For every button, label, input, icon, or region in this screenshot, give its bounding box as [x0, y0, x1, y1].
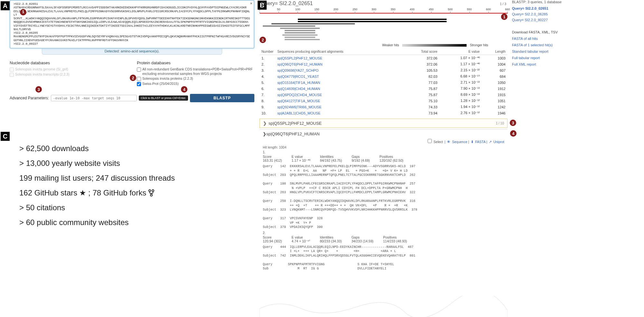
hit-link[interactable]: sp|Q5SPL2|PHF12_MOUSE [277, 56, 322, 60]
badge-2: 2 [130, 75, 136, 81]
table-row: 2.sp|Q96QT6|PHF12_HUMAN372.061.17 × 10⁻⁴… [260, 61, 507, 67]
chevron-down-icon: ❯ [263, 131, 266, 136]
hit-link[interactable]: sp|Q96QT6|PHF12_HUMAN [277, 62, 322, 66]
prot-db-item[interactable]: Solenopsis invicta proteins (2.2.3) [137, 77, 254, 81]
chevron-right-icon: ❯ [263, 121, 267, 126]
nuc-db-checkbox [10, 73, 14, 77]
sequence-input-box[interactable]: × >SI2.2.0_02651 ASTNARACRDGNRWVFSLSXAAL… [10, 0, 254, 49]
badge-b3: 3 [510, 120, 516, 126]
stat-github: 162 GitHub stars; 78 GitHub forks [19, 188, 225, 197]
hit-link[interactable]: sp|O15164|TIF1A_HUMAN [277, 81, 320, 85]
badge-1: 1 [20, 9, 26, 15]
alignment-ruler: 150100150200250300350400450500550600660 [260, 8, 507, 17]
col-score: Total score [402, 48, 439, 55]
svg-point-0 [149, 190, 151, 192]
download-full-xml[interactable]: Full XML report [512, 62, 576, 66]
nuc-db-item: Solenopsis invicta genome (Si_gnf) [10, 67, 127, 72]
alignment-stats-2: Score120.94 (302) E value4.74 × 10⁻²⁷ Id… [260, 235, 507, 244]
table-row: 3.sp|Q09698|YA27_SCHPO105.532.15 × 10⁻²²… [260, 67, 507, 73]
eye-icon: 👁 [447, 140, 450, 144]
table-row: 5.sp|O15164|TIF1A_HUMAN77.032.71 × 10⁻¹³… [260, 79, 507, 86]
sequence-text: >SI2.2.0_02651 ASTNARACRDGNRWVFSLSXAALSF… [14, 3, 250, 46]
prot-db-item[interactable]: Swiss-Prot (25/04/2015) [137, 82, 254, 86]
query-count: 1 / 3 [500, 2, 506, 6]
uniprot-link[interactable]: Uniprot [493, 140, 504, 144]
torn-edge-decoration [260, 296, 507, 317]
query-link-1[interactable]: Query= SI2.2.0_02651 [512, 6, 576, 10]
hit-link[interactable]: sp|Q04779|RCO1_YEAST [277, 75, 319, 78]
download-fasta-all[interactable]: FASTA of all hits [512, 37, 576, 41]
alignment-stats-1: Score163.31 (412) E value1.17 × 10⁻⁴⁰ Id… [260, 154, 507, 163]
panel-c: > 62,500 downloads > 13,000 yearly websi… [19, 138, 225, 233]
download-full-tabular[interactable]: Full tabular report [512, 56, 576, 60]
panel-label-a: A [1, 1, 10, 10]
results-table: Number Sequences producing significant a… [260, 48, 507, 116]
hit-row-collapsed[interactable]: ❯sp|Q5SPL2|PHF12_MOUSE 1 / 10 3 [260, 119, 507, 128]
nucleotide-db-column: Nucleotide databases Solenopsis invicta … [10, 60, 127, 87]
hit-link[interactable]: sp|Q09698|YA27_SCHPO [277, 68, 318, 72]
advanced-params-label: Advanced Parameters: [10, 96, 49, 100]
select-hit-checkbox[interactable] [428, 139, 432, 143]
panel-b-sidebar: BLASTP: 3 queries, 1 database Query= SI2… [512, 0, 576, 69]
hit-overview-graph: 2 [263, 19, 482, 40]
svg-point-1 [152, 190, 154, 192]
table-row: 8.sp|Q64127|TIF1A_MOUSE75.101.28 × 10⁻¹²… [260, 98, 507, 104]
prot-db-checkbox[interactable] [137, 82, 141, 86]
table-row: 10.sp|A2ABL1|CHD5_MOUSE73.942.76 × 10⁻¹²… [260, 110, 507, 116]
hit-strength-legend: Weaker hits Stronger hits [260, 43, 507, 47]
hit-link[interactable]: sp|Q64127|TIF1A_MOUSE [277, 99, 320, 103]
hit-link[interactable]: sp|Q14839|CHD4_HUMAN [277, 87, 320, 91]
table-row: 1.sp|Q5SPL2|PHF12_MOUSE372.061.07 × 10⁻⁴… [260, 55, 507, 61]
stat-mailinglist: 199 mailing list users; 247 discussion t… [19, 174, 225, 183]
prot-db-checkbox[interactable] [137, 68, 141, 72]
col-length: Length [482, 48, 507, 55]
badge-4: 4 [181, 86, 187, 93]
badge-b1: 1 [501, 14, 507, 20]
badge-b2: 2 [260, 37, 266, 43]
col-seq: Sequences producing significant alignmen… [275, 48, 402, 55]
hit-link[interactable]: sp|Q924W6|TRI66_MOUSE [277, 105, 321, 109]
prot-db-item[interactable]: All non-redundant GenBank CDS translatio… [137, 67, 254, 76]
nuc-db-item: Solenopsis invicta transcripts (2.2.3) [10, 72, 127, 77]
table-row: 6.sp|Q14839|CHD4_HUMAN75.877.90 × 10⁻¹³1… [260, 86, 507, 92]
hit-tools-row: Select | 👁 Sequence | ⬇ FASTA | ↗ Unipro… [260, 138, 507, 144]
hit-length: Hit length: 1004 [263, 145, 504, 149]
hit-row-expanded[interactable]: ❯sp|Q96QT6|PHF12_HUMAN 4 [260, 129, 507, 138]
stat-downloads: > 62,500 downloads [19, 144, 225, 153]
advanced-params-input[interactable] [51, 95, 137, 101]
col-number: Number [260, 48, 275, 55]
blast-button[interactable]: BLASTP [190, 94, 254, 102]
download-icon: ⬇ [471, 140, 474, 144]
download-fasta-selected[interactable]: FASTA of 1 selected hit(s) [512, 43, 576, 47]
detected-banner: Detected: amino-acid sequence(s). [42, 48, 222, 55]
alignment-block-2: Query 444 IQLLERPVLEALACQQRLEQILNPD-EEDY… [260, 244, 507, 272]
col-evalue: E value [439, 48, 481, 55]
alignment-block-1: Query 142 EKKKRSALEVLTLAAALVNPREFELPKELQ… [260, 163, 507, 231]
fasta-link[interactable]: FASTA [475, 140, 486, 144]
stat-visits: > 13,000 yearly website visits [19, 159, 225, 168]
panel-a: × >SI2.2.0_02651 ASTNARACRDGNRWVFSLSXAAL… [10, 0, 254, 102]
sequence-link[interactable]: Sequence [452, 140, 467, 144]
hit-link[interactable]: sp|Q6PDQ2|CHD4_MOUSE [277, 93, 322, 97]
prot-db-checkbox[interactable] [137, 77, 141, 81]
download-std-tabular[interactable]: Standard tabular report [512, 50, 576, 53]
nuc-db-checkbox [10, 68, 14, 72]
table-row: 4.sp|Q04779|RCO1_YEAST82.036.68 × 10⁻¹⁵6… [260, 73, 507, 79]
stat-community: > 60 public community websites [19, 218, 225, 227]
query-link-2[interactable]: Query= SI2.2.0_06285 [512, 12, 576, 16]
protein-db-column: Protein databases All non-redundant GenB… [137, 60, 254, 87]
close-icon[interactable]: × [250, 1, 252, 6]
query-link-3[interactable]: Query= SI2.2.0_80227 [512, 18, 576, 22]
badge-b4: 4 [510, 130, 516, 137]
badge-3: 3 [35, 86, 42, 93]
query-title: Query= SI2.2.0_02651 [261, 1, 313, 6]
external-link-icon: ↗ [489, 140, 492, 144]
blastp-summary: BLASTP: 3 queries, 1 database [512, 0, 576, 4]
table-row: 9.sp|Q924W6|TRI66_MOUSE74.331.94 × 10⁻¹²… [260, 104, 507, 110]
svg-point-2 [150, 194, 152, 196]
table-row: 7.sp|Q6PDQ2|CHD4_MOUSE75.878.69 × 10⁻¹³1… [260, 92, 507, 98]
hit-link[interactable]: sp|A2ABL1|CHD5_MOUSE [277, 111, 320, 115]
stat-citations: > 50 citations [19, 203, 225, 212]
panel-label-c: C [1, 132, 10, 141]
download-heading: Download FASTA, XML, TSV [512, 30, 576, 34]
